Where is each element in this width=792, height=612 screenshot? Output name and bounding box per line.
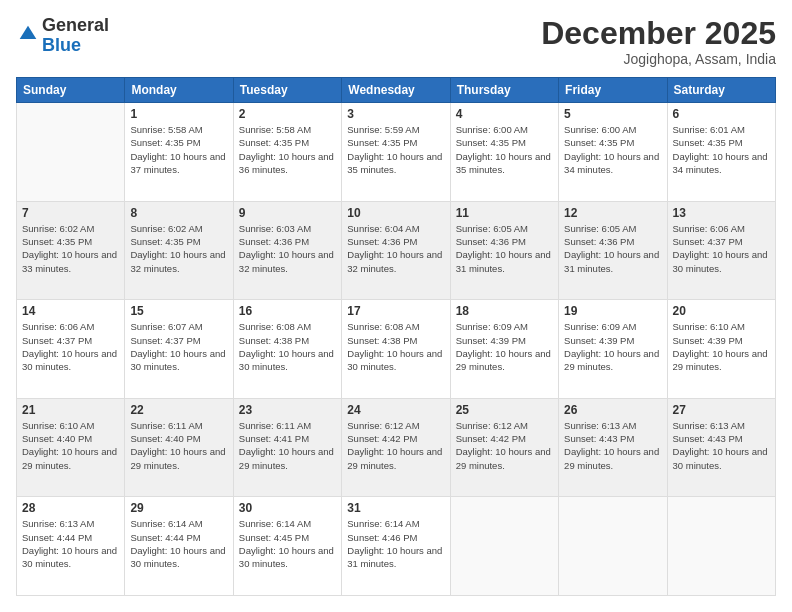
daylight-text: Daylight: 10 hours and 31 minutes. (564, 249, 659, 273)
sunset-text: Sunset: 4:35 PM (239, 137, 309, 148)
sunrise-text: Sunrise: 5:59 AM (347, 124, 419, 135)
day-info: Sunrise: 6:06 AMSunset: 4:37 PMDaylight:… (22, 320, 119, 373)
sunset-text: Sunset: 4:39 PM (456, 335, 526, 346)
daylight-text: Daylight: 10 hours and 30 minutes. (130, 545, 225, 569)
col-wednesday: Wednesday (342, 78, 450, 103)
calendar-cell (559, 497, 667, 596)
logo-general: General (42, 15, 109, 35)
daylight-text: Daylight: 10 hours and 30 minutes. (347, 348, 442, 372)
sunset-text: Sunset: 4:36 PM (239, 236, 309, 247)
calendar-table: Sunday Monday Tuesday Wednesday Thursday… (16, 77, 776, 596)
sunset-text: Sunset: 4:39 PM (564, 335, 634, 346)
col-thursday: Thursday (450, 78, 558, 103)
daylight-text: Daylight: 10 hours and 35 minutes. (347, 151, 442, 175)
daylight-text: Daylight: 10 hours and 34 minutes. (673, 151, 768, 175)
day-info: Sunrise: 6:02 AMSunset: 4:35 PMDaylight:… (130, 222, 227, 275)
day-number: 25 (456, 403, 553, 417)
day-number: 4 (456, 107, 553, 121)
logo-text: General Blue (42, 16, 109, 56)
calendar-cell: 1Sunrise: 5:58 AMSunset: 4:35 PMDaylight… (125, 103, 233, 202)
logo: General Blue (16, 16, 109, 56)
daylight-text: Daylight: 10 hours and 29 minutes. (239, 446, 334, 470)
day-info: Sunrise: 6:13 AMSunset: 4:44 PMDaylight:… (22, 517, 119, 570)
sunrise-text: Sunrise: 6:12 AM (456, 420, 528, 431)
sunrise-text: Sunrise: 6:11 AM (239, 420, 311, 431)
day-number: 30 (239, 501, 336, 515)
day-info: Sunrise: 6:13 AMSunset: 4:43 PMDaylight:… (673, 419, 770, 472)
day-info: Sunrise: 6:11 AMSunset: 4:41 PMDaylight:… (239, 419, 336, 472)
day-info: Sunrise: 6:12 AMSunset: 4:42 PMDaylight:… (456, 419, 553, 472)
sunset-text: Sunset: 4:36 PM (564, 236, 634, 247)
sunset-text: Sunset: 4:35 PM (347, 137, 417, 148)
day-info: Sunrise: 6:02 AMSunset: 4:35 PMDaylight:… (22, 222, 119, 275)
sunrise-text: Sunrise: 6:14 AM (130, 518, 202, 529)
sunset-text: Sunset: 4:40 PM (130, 433, 200, 444)
col-friday: Friday (559, 78, 667, 103)
day-info: Sunrise: 6:08 AMSunset: 4:38 PMDaylight:… (347, 320, 444, 373)
calendar-cell: 15Sunrise: 6:07 AMSunset: 4:37 PMDayligh… (125, 300, 233, 399)
day-info: Sunrise: 6:00 AMSunset: 4:35 PMDaylight:… (564, 123, 661, 176)
day-info: Sunrise: 6:10 AMSunset: 4:39 PMDaylight:… (673, 320, 770, 373)
day-info: Sunrise: 6:01 AMSunset: 4:35 PMDaylight:… (673, 123, 770, 176)
day-info: Sunrise: 6:05 AMSunset: 4:36 PMDaylight:… (564, 222, 661, 275)
sunset-text: Sunset: 4:40 PM (22, 433, 92, 444)
daylight-text: Daylight: 10 hours and 30 minutes. (673, 446, 768, 470)
sunset-text: Sunset: 4:35 PM (673, 137, 743, 148)
day-number: 17 (347, 304, 444, 318)
day-info: Sunrise: 6:00 AMSunset: 4:35 PMDaylight:… (456, 123, 553, 176)
calendar-cell: 4Sunrise: 6:00 AMSunset: 4:35 PMDaylight… (450, 103, 558, 202)
day-number: 26 (564, 403, 661, 417)
sunset-text: Sunset: 4:43 PM (673, 433, 743, 444)
sunset-text: Sunset: 4:42 PM (456, 433, 526, 444)
calendar-cell: 21Sunrise: 6:10 AMSunset: 4:40 PMDayligh… (17, 398, 125, 497)
day-number: 28 (22, 501, 119, 515)
day-number: 23 (239, 403, 336, 417)
day-number: 3 (347, 107, 444, 121)
calendar-cell: 30Sunrise: 6:14 AMSunset: 4:45 PMDayligh… (233, 497, 341, 596)
calendar-cell: 25Sunrise: 6:12 AMSunset: 4:42 PMDayligh… (450, 398, 558, 497)
sunrise-text: Sunrise: 6:04 AM (347, 223, 419, 234)
day-number: 2 (239, 107, 336, 121)
day-info: Sunrise: 6:03 AMSunset: 4:36 PMDaylight:… (239, 222, 336, 275)
calendar-cell: 2Sunrise: 5:58 AMSunset: 4:35 PMDaylight… (233, 103, 341, 202)
daylight-text: Daylight: 10 hours and 29 minutes. (564, 446, 659, 470)
sunset-text: Sunset: 4:45 PM (239, 532, 309, 543)
calendar-week-row: 21Sunrise: 6:10 AMSunset: 4:40 PMDayligh… (17, 398, 776, 497)
sunset-text: Sunset: 4:35 PM (22, 236, 92, 247)
calendar-cell: 3Sunrise: 5:59 AMSunset: 4:35 PMDaylight… (342, 103, 450, 202)
col-tuesday: Tuesday (233, 78, 341, 103)
daylight-text: Daylight: 10 hours and 31 minutes. (456, 249, 551, 273)
day-number: 11 (456, 206, 553, 220)
calendar-cell: 26Sunrise: 6:13 AMSunset: 4:43 PMDayligh… (559, 398, 667, 497)
day-number: 19 (564, 304, 661, 318)
calendar-cell: 17Sunrise: 6:08 AMSunset: 4:38 PMDayligh… (342, 300, 450, 399)
sunrise-text: Sunrise: 5:58 AM (239, 124, 311, 135)
calendar-cell: 22Sunrise: 6:11 AMSunset: 4:40 PMDayligh… (125, 398, 233, 497)
day-number: 13 (673, 206, 770, 220)
calendar-cell: 7Sunrise: 6:02 AMSunset: 4:35 PMDaylight… (17, 201, 125, 300)
day-number: 9 (239, 206, 336, 220)
day-number: 29 (130, 501, 227, 515)
sunrise-text: Sunrise: 6:08 AM (347, 321, 419, 332)
day-info: Sunrise: 5:58 AMSunset: 4:35 PMDaylight:… (239, 123, 336, 176)
location: Jogighopa, Assam, India (541, 51, 776, 67)
sunset-text: Sunset: 4:36 PM (347, 236, 417, 247)
day-number: 22 (130, 403, 227, 417)
header-row: Sunday Monday Tuesday Wednesday Thursday… (17, 78, 776, 103)
header: General Blue December 2025 Jogighopa, As… (16, 16, 776, 67)
col-sunday: Sunday (17, 78, 125, 103)
calendar-week-row: 14Sunrise: 6:06 AMSunset: 4:37 PMDayligh… (17, 300, 776, 399)
calendar-cell: 28Sunrise: 6:13 AMSunset: 4:44 PMDayligh… (17, 497, 125, 596)
sunrise-text: Sunrise: 6:01 AM (673, 124, 745, 135)
daylight-text: Daylight: 10 hours and 36 minutes. (239, 151, 334, 175)
daylight-text: Daylight: 10 hours and 33 minutes. (22, 249, 117, 273)
daylight-text: Daylight: 10 hours and 32 minutes. (130, 249, 225, 273)
day-info: Sunrise: 6:10 AMSunset: 4:40 PMDaylight:… (22, 419, 119, 472)
sunrise-text: Sunrise: 6:10 AM (22, 420, 94, 431)
daylight-text: Daylight: 10 hours and 30 minutes. (239, 348, 334, 372)
calendar-cell: 27Sunrise: 6:13 AMSunset: 4:43 PMDayligh… (667, 398, 775, 497)
sunrise-text: Sunrise: 6:14 AM (239, 518, 311, 529)
day-number: 1 (130, 107, 227, 121)
day-info: Sunrise: 6:14 AMSunset: 4:44 PMDaylight:… (130, 517, 227, 570)
calendar-week-row: 1Sunrise: 5:58 AMSunset: 4:35 PMDaylight… (17, 103, 776, 202)
